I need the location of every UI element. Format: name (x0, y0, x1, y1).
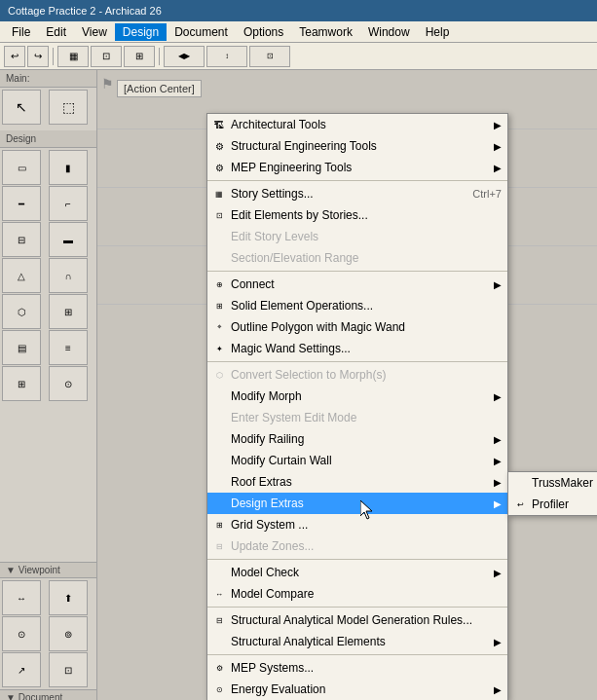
tool-shell[interactable]: ∩ (49, 258, 88, 293)
design-extras-icon (211, 496, 227, 511)
sep-6 (207, 654, 507, 655)
tool-stair[interactable]: ▤ (2, 330, 41, 365)
toolbar-btn-2[interactable]: ⊡ (91, 46, 122, 67)
compare-icon: ↔ (211, 586, 227, 602)
design-menu[interactable]: 🏗 Architectural Tools ▶ ⚙ Structural Eng… (206, 113, 508, 700)
sep-3 (207, 361, 507, 362)
tool-vp4[interactable]: ⊚ (49, 616, 88, 651)
menu-connect[interactable]: ⊕ Connect ▶ (207, 274, 507, 295)
connect-icon: ⊕ (211, 276, 227, 292)
tool-morph[interactable]: ⬡ (2, 294, 41, 329)
main-label: Main: (0, 70, 96, 88)
tool-beam[interactable]: ━ (2, 186, 41, 221)
tool-curtain[interactable]: ⊞ (2, 366, 41, 401)
menu-file[interactable]: File (4, 23, 38, 41)
menu-mep-eng-tools[interactable]: ⚙ MEP Engineering Tools ▶ (207, 157, 507, 178)
struct-tools-icon: ⚙ (211, 138, 227, 154)
tool-railing[interactable]: ≡ (49, 330, 88, 365)
zones-icon: ⊟ (211, 538, 227, 554)
menu-magic-wand-settings[interactable]: ✦ Magic Wand Settings... (207, 338, 507, 359)
tool-window[interactable]: ⊟ (2, 222, 41, 257)
design-tools: ▭ ▮ ━ ⌐ ⊟ ▬ △ ∩ ⬡ ⊞ ▤ ≡ ⊞ ⊙ (0, 148, 96, 403)
tool-slab[interactable]: ▬ (49, 222, 88, 257)
toolbar-btn-6[interactable]: ⊡ (249, 46, 290, 67)
outline-polygon-icon: ⌖ (211, 319, 227, 335)
tool-roof[interactable]: △ (2, 258, 41, 293)
tool-vp5[interactable]: ↗ (2, 652, 41, 687)
menu-view[interactable]: View (74, 23, 115, 41)
menu-modify-morph[interactable]: Modify Morph ▶ (207, 386, 507, 407)
toolbar-redo[interactable]: ↪ (27, 46, 49, 67)
document-triangle: ▼ (6, 692, 19, 700)
toolbar-separator-1 (53, 48, 54, 65)
tool-door[interactable]: ⌐ (49, 186, 88, 221)
menu-window[interactable]: Window (360, 23, 418, 41)
main-tools: ↖ ⬚ (0, 88, 96, 127)
story-icon: ▦ (211, 186, 227, 202)
menu-story-settings[interactable]: ▦ Story Settings... Ctrl+7 (207, 183, 507, 204)
menu-model-compare[interactable]: ↔ Model Compare (207, 583, 507, 605)
title-bar: Cottage Practice 2 - Archicad 26 (0, 0, 597, 21)
menu-modify-railing[interactable]: Modify Railing ▶ (207, 428, 507, 450)
tool-light[interactable]: ⊙ (49, 366, 88, 401)
tool-select[interactable]: ↖ (2, 90, 41, 125)
menu-update-zones: ⊟ Update Zones... (207, 535, 507, 557)
sep-1 (207, 180, 507, 181)
viewpoint-tools: ↔ ⬆ ⊙ ⊚ ↗ ⊡ (0, 578, 96, 689)
design-extras-submenu[interactable]: TrussMaker ▶ ↩ Profiler (507, 471, 597, 516)
tool-mesh[interactable]: ⊞ (49, 294, 88, 329)
tool-vp6[interactable]: ⊡ (49, 652, 88, 687)
menu-outline-polygon[interactable]: ⌖ Outline Polygon with Magic Wand (207, 316, 507, 338)
menu-mep-systems[interactable]: ⚙ MEP Systems... (207, 657, 507, 679)
toolbar-btn-5[interactable]: ↕ (206, 46, 247, 67)
design-label: Design (0, 130, 96, 148)
menu-profiler[interactable]: ↩ Profiler (508, 494, 597, 515)
arch-tools-icon: 🏗 (211, 117, 227, 132)
section-range-icon (211, 250, 227, 266)
menu-design-extras[interactable]: Design Extras ▶ (207, 493, 507, 514)
menu-architectural-tools[interactable]: 🏗 Architectural Tools ▶ (207, 114, 507, 135)
menu-edit-story-levels: Edit Story Levels (207, 226, 507, 247)
menu-energy-eval[interactable]: ⊙ Energy Evaluation ▶ (207, 679, 507, 700)
title-text: Cottage Practice 2 - Archicad 26 (8, 5, 162, 17)
menu-options[interactable]: Options (236, 23, 291, 41)
menu-struct-analytical-elements[interactable]: Structural Analytical Elements ▶ (207, 631, 507, 652)
menu-teamwork[interactable]: Teamwork (291, 23, 360, 41)
toolbar-btn-3[interactable]: ⊞ (124, 46, 155, 67)
grid-icon: ⊞ (211, 517, 227, 533)
modify-morph-icon (211, 388, 227, 404)
toolbar-separator-2 (159, 48, 160, 65)
toolbar-btn-1[interactable]: ▦ (57, 46, 89, 67)
sep-4 (207, 559, 507, 560)
main-layout: Main: ↖ ⬚ Design ▭ ▮ ━ ⌐ ⊟ ▬ △ ∩ ⬡ ⊞ ▤ ≡… (0, 70, 597, 700)
tool-column[interactable]: ▮ (49, 150, 88, 185)
sys-edit-icon (211, 410, 227, 425)
tool-marquee[interactable]: ⬚ (49, 90, 88, 125)
menu-edit-by-stories[interactable]: ⊡ Edit Elements by Stories... (207, 204, 507, 226)
mep-tools-icon: ⚙ (211, 160, 227, 175)
menu-roof-extras[interactable]: Roof Extras ▶ (207, 471, 507, 493)
menu-help[interactable]: Help (418, 23, 458, 41)
menu-model-check[interactable]: Model Check ▶ (207, 562, 507, 583)
menu-trussmaker[interactable]: TrussMaker ▶ (508, 472, 597, 494)
tool-vp3[interactable]: ⊙ (2, 616, 41, 651)
profiler-icon: ↩ (512, 497, 528, 512)
toolbar-undo[interactable]: ↩ (4, 46, 25, 67)
menu-grid-system[interactable]: ⊞ Grid System ... (207, 514, 507, 535)
menu-document[interactable]: Document (167, 23, 236, 41)
menu-struct-analytical-rules[interactable]: ⊟ Structural Analytical Model Generation… (207, 609, 507, 631)
menu-design[interactable]: Design (115, 23, 167, 41)
energy-icon: ⊙ (211, 682, 227, 697)
menu-solid-ops[interactable]: ⊞ Solid Element Operations... (207, 295, 507, 316)
menu-section-range: Section/Elevation Range (207, 247, 507, 269)
tool-wall[interactable]: ▭ (2, 150, 41, 185)
tool-vp1[interactable]: ↔ (2, 580, 41, 615)
toolbar-btn-4[interactable]: ◀▶ (164, 46, 205, 67)
tool-vp2[interactable]: ⬆ (49, 580, 88, 615)
left-sidebar: Main: ↖ ⬚ Design ▭ ▮ ━ ⌐ ⊟ ▬ △ ∩ ⬡ ⊞ ▤ ≡… (0, 70, 97, 700)
menu-structural-eng-tools[interactable]: ⚙ Structural Engineering Tools ▶ (207, 135, 507, 157)
menu-modify-curtain[interactable]: Modify Curtain Wall ▶ (207, 450, 507, 471)
menu-edit[interactable]: Edit (38, 23, 74, 41)
toolbar: ↩ ↪ ▦ ⊡ ⊞ ◀▶ ↕ ⊡ (0, 43, 597, 70)
story-levels-icon (211, 229, 227, 244)
